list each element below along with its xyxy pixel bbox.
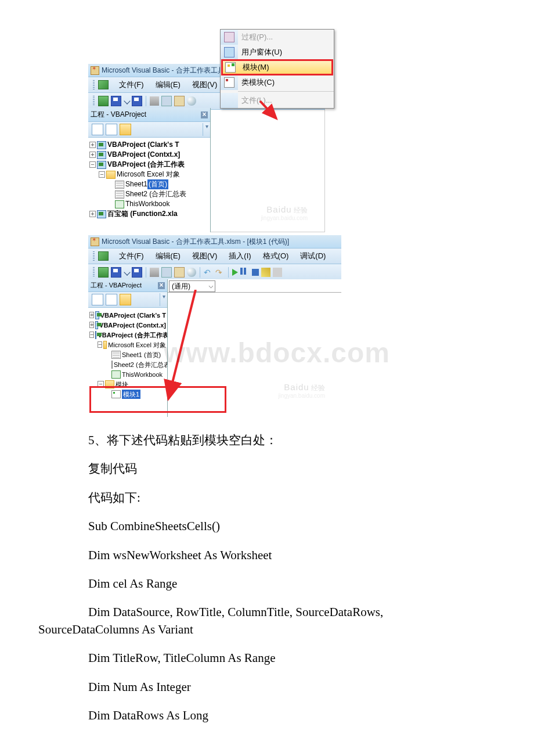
break-icon[interactable] — [240, 268, 250, 277]
procedure-icon — [224, 32, 234, 42]
project-node[interactable]: VBAProject (Contxt.x] — [99, 321, 166, 330]
sheet-node[interactable]: Sheet1 — [125, 179, 147, 189]
reset-icon[interactable] — [252, 269, 259, 276]
separator — [238, 91, 334, 92]
workbook-node[interactable]: ThisWorkbook — [125, 199, 169, 209]
sheet-node[interactable]: Sheet2 (合并汇总表 — [114, 360, 170, 369]
menu-userform[interactable]: 用户窗体(U) — [221, 45, 334, 60]
copy-icon[interactable] — [161, 96, 172, 106]
sheet-node[interactable]: Sheet1 (首页) — [122, 350, 161, 359]
view-excel-icon[interactable] — [98, 267, 109, 278]
copy-icon[interactable] — [161, 267, 172, 278]
folder-node[interactable]: Microsoft Excel 对象 — [108, 340, 166, 350]
menu-insert[interactable]: 插入(I) — [223, 249, 257, 264]
project-node[interactable]: VBAProject (Clark's T — [100, 311, 166, 320]
redo-icon[interactable]: ↷ — [215, 268, 225, 277]
text-line: 5 — [88, 433, 95, 447]
grip-icon — [93, 267, 95, 278]
annotation-highlight-box — [89, 386, 226, 413]
save-icon[interactable] — [132, 96, 142, 106]
undo-icon[interactable]: ↶ — [204, 268, 213, 277]
design-mode-icon[interactable] — [261, 268, 270, 277]
workbook-node[interactable]: ThisWorkbook — [122, 370, 163, 379]
app-icon — [91, 66, 99, 75]
grip-icon — [93, 80, 95, 89]
menu-module[interactable]: 模块(M) — [222, 60, 333, 75]
window-title: Microsoft Visual Basic - 合并工作表工具.xlsm - … — [102, 237, 289, 247]
pane-title: 工程 - VBAProject × — [88, 108, 210, 122]
save-icon[interactable] — [111, 96, 121, 106]
cut-icon[interactable] — [150, 96, 159, 106]
toggle-folders-icon[interactable] — [120, 294, 131, 305]
text-line: 复制代码 — [0, 460, 534, 477]
menu-view[interactable]: 视图(V) — [186, 249, 223, 264]
close-icon[interactable]: × — [201, 111, 208, 118]
separator — [200, 267, 200, 278]
userform-icon — [224, 47, 234, 57]
vbe-screenshot-1: Microsoft Visual Basic - 合并工作表工具.xlsm - … — [88, 64, 325, 232]
dropdown-arrow-icon[interactable]: ▾ — [203, 123, 210, 136]
project-node[interactable]: VBAProject (合并工作表 — [98, 330, 168, 340]
vbe-screenshot-2: Microsoft Visual Basic - 合并工作表工具.xlsm - … — [88, 235, 341, 417]
code-line: Dim wsNewWorksheet As Worksheet — [0, 547, 534, 564]
view-code-icon[interactable] — [92, 124, 103, 135]
pane-title-text: 工程 - VBAProject — [91, 110, 146, 120]
dropdown-arrow-icon[interactable] — [124, 269, 130, 275]
paste-icon[interactable] — [174, 96, 185, 106]
menu-file[interactable]: 文件(F) — [113, 249, 150, 264]
toolbar: ↶ ↷ — [88, 264, 341, 281]
code-line: Dim Num As Integer — [0, 679, 534, 696]
menu-debug[interactable]: 调试(D) — [294, 249, 331, 264]
toggle-folders-icon[interactable] — [120, 124, 131, 135]
text-line: 代码如下: — [0, 489, 534, 506]
project-node[interactable]: VBAProject (Clark's T — [107, 140, 179, 150]
folder-node[interactable]: Microsoft Excel 对象 — [117, 170, 180, 179]
save-icon[interactable] — [132, 267, 142, 278]
menu-class-module[interactable]: 类模块(C) — [221, 75, 334, 90]
pane-title: 工程 - VBAProject × — [88, 279, 167, 292]
view-object-icon[interactable] — [106, 124, 117, 135]
separator — [146, 96, 146, 106]
menubar: 文件(F) 编辑(E) 视图(V) 插入(I) 格式(O) 调试(D) — [88, 249, 341, 264]
cut-icon[interactable] — [150, 268, 159, 277]
grip-icon — [93, 251, 95, 261]
menu-view[interactable]: 视图(V) — [186, 77, 223, 92]
text-line: 、将下述代码粘贴到模块空白处： — [95, 433, 277, 447]
app-icon — [91, 237, 99, 246]
module-icon — [225, 62, 236, 73]
code-line: Dim DataSource, RowTitle, ColumnTitle, S… — [0, 604, 534, 638]
code-header: (通用) — [168, 279, 341, 293]
close-icon[interactable]: × — [158, 282, 165, 289]
view-excel-icon[interactable] — [98, 96, 109, 106]
project-node[interactable]: VBAProject (Contxt.x] — [107, 150, 180, 160]
code-line: Dim DataRows As Long — [0, 707, 534, 724]
watermark: Baidu 经验 jingyan.baidu.com — [261, 204, 308, 222]
find-icon[interactable] — [187, 268, 196, 277]
dropdown-arrow-icon[interactable]: ▾ — [160, 293, 167, 306]
class-module-icon — [224, 77, 234, 88]
code-line: Sub CombineSheetsCells() — [0, 518, 534, 535]
paste-icon[interactable] — [174, 267, 185, 278]
vb-icon — [98, 251, 109, 261]
menu-file: 文件(L)... — [221, 93, 334, 108]
project-node[interactable]: VBAProject (合并工作表 — [107, 160, 185, 170]
separator — [146, 267, 146, 278]
insert-icon[interactable] — [111, 267, 121, 278]
dropdown-arrow-icon[interactable] — [124, 98, 130, 104]
project-explorer: 工程 - VBAProject × ▾ +VBAProject (Clark's… — [88, 108, 211, 232]
menu-file[interactable]: 文件(F) — [113, 77, 150, 92]
project-explorer-icon[interactable] — [273, 268, 282, 277]
object-dropdown[interactable]: (通用) — [169, 280, 215, 292]
menu-edit[interactable]: 编辑(E) — [150, 249, 186, 264]
view-object-icon[interactable] — [106, 294, 117, 305]
code-line: Dim TitleRow, TitleColumn As Range — [0, 650, 534, 667]
menu-edit[interactable]: 编辑(E) — [150, 77, 186, 92]
run-icon[interactable] — [232, 269, 238, 276]
menu-format[interactable]: 格式(O) — [257, 249, 295, 264]
project-node[interactable]: 百宝箱 (Function2.xla — [107, 209, 178, 219]
watermark: Baidu 经验 jingyan.baidu.com — [278, 382, 325, 399]
find-icon[interactable] — [187, 96, 196, 106]
project-tree[interactable]: +VBAProject (Clark's T +VBAProject (Cont… — [88, 138, 210, 221]
sheet-node[interactable]: Sheet2 (合并汇总表 — [125, 189, 186, 199]
view-code-icon[interactable] — [92, 294, 103, 305]
